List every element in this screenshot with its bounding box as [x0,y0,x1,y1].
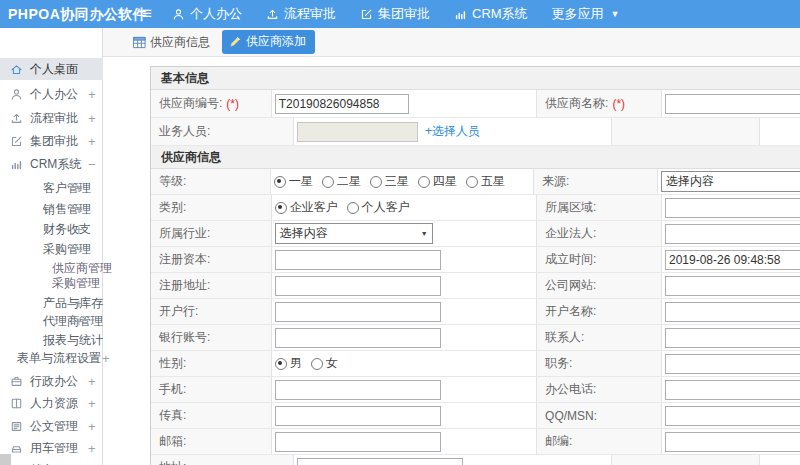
expand-plus-icon[interactable]: + [88,87,96,102]
text-input[interactable] [665,302,800,322]
field-cell [662,325,800,350]
expand-plus-icon[interactable]: + [75,222,83,237]
topbar: PHPOA协同办公软件 ≡ 个人办公流程审批集团审批CRM系统更多应用▼ [0,0,800,28]
radio-button[interactable] [466,176,478,188]
text-input[interactable] [275,406,441,426]
radio-option[interactable]: 个人客户 [347,199,410,216]
expand-plus-icon[interactable]: + [88,111,96,126]
nav-item-2[interactable]: 流程审批 [266,5,336,23]
sidebar-item-13[interactable]: 代理商管理+ [0,311,103,331]
sidebar-item-label: 客户管理 [43,180,91,197]
field-cell [662,90,800,117]
text-input[interactable] [275,250,441,270]
radio-option[interactable]: 四星 [418,173,457,190]
text-input[interactable] [275,302,441,322]
pencil-icon [229,35,242,48]
expand-plus-icon[interactable]: + [75,314,83,329]
radio-option[interactable]: 三星 [370,173,409,190]
text-input[interactable] [275,380,441,400]
text-input[interactable] [665,198,800,218]
radio-option[interactable]: 五星 [466,173,505,190]
nav-item-3[interactable]: 集团审批 [360,5,430,23]
sidebar-item-8[interactable]: 财务收支+ [0,219,103,239]
text-input[interactable] [665,354,800,374]
text-input[interactable] [665,224,800,244]
select-input[interactable]: 选择内容▼ [275,223,433,244]
sidebar-item-20[interactable]: 档案管理+ [0,459,103,465]
text-input[interactable] [297,458,463,465]
collapse-minus-icon[interactable]: − [88,157,96,172]
field-label-cell: 职务: [537,351,662,376]
field-label-cell: 手机: [151,377,272,402]
sidebar-item-18[interactable]: 公文管理+ [0,415,103,437]
sidebar-item-14[interactable]: 报表与统计 [0,330,103,350]
radio-option[interactable]: 女 [311,355,338,372]
sidebar-item-17[interactable]: 人力资源+ [0,392,103,414]
sidebar-item-label: 行政办公 [30,373,78,390]
field-label-cell: 注册地址: [151,273,272,298]
select-person-link[interactable]: +选择人员 [425,123,480,140]
radio-button[interactable] [322,176,334,188]
nav-item-5[interactable]: 更多应用▼ [552,5,620,23]
text-input[interactable] [275,432,441,452]
radio-button[interactable] [418,176,430,188]
menu-toggle-icon[interactable]: ≡ [142,0,152,27]
sidebar-item-4[interactable]: 集团审批+ [0,130,103,152]
nav-item-4[interactable]: CRM系统 [454,5,528,23]
text-input[interactable] [665,94,800,114]
text-input[interactable]: T20190826094858 [275,94,409,114]
expand-plus-icon[interactable]: + [88,134,96,149]
caret-down-icon: ▼ [611,9,620,19]
text-input[interactable] [665,328,800,348]
sidebar-item-1[interactable]: 个人桌面 [0,58,103,80]
text-input[interactable]: 2019-08-26 09:48:58 [665,250,800,270]
sidebar-item-12[interactable]: 产品与库存+ [0,293,103,313]
sidebar-item-6[interactable]: 客户管理+ [0,178,103,198]
nav-item-1[interactable]: 个人办公 [172,5,242,23]
sidebar-item-19[interactable]: 用车管理+ [0,437,103,459]
sidebar-item-label: 产品与库存 [43,295,103,312]
text-input[interactable] [665,432,800,452]
tab-1[interactable]: 供应商信息 [133,34,210,51]
text-input[interactable] [665,406,800,426]
radio-option[interactable]: 一星 [274,173,313,190]
radio-button[interactable] [311,358,323,370]
expand-plus-icon[interactable]: + [88,374,96,389]
field-label-cell: 等级: [151,169,271,194]
text-input[interactable] [665,276,800,296]
radio-button[interactable] [275,202,287,214]
expand-plus-icon[interactable]: + [75,202,83,217]
text-input[interactable] [275,328,441,348]
expand-plus-icon[interactable]: + [88,419,96,434]
sidebar-item-label: 个人桌面 [30,61,78,78]
text-input[interactable] [297,122,418,142]
radio-button[interactable] [370,176,382,188]
sidebar-item-15[interactable]: 表单与流程设置+ [0,348,103,368]
sidebar-item-16[interactable]: 行政办公+ [0,370,103,392]
sidebar-item-11[interactable]: 采购管理 [0,273,103,293]
radio-option[interactable]: 企业客户 [275,199,338,216]
text-input[interactable] [275,276,441,296]
sidebar-item-2[interactable]: 个人办公+ [0,83,103,105]
radio-button[interactable] [275,358,287,370]
expand-plus-icon[interactable]: + [88,441,96,456]
radio-option[interactable]: 男 [275,355,302,372]
expand-plus-icon[interactable]: + [88,396,96,411]
field-label-cell: 供应商编号:(*) [151,90,272,117]
expand-plus-icon[interactable]: + [75,181,83,196]
top-navigation: 个人办公流程审批集团审批CRM系统更多应用▼ [172,0,620,28]
radio-button[interactable] [347,202,359,214]
expand-plus-icon[interactable]: + [102,351,110,366]
collapse-minus-icon[interactable]: − [75,242,83,257]
text-input[interactable] [665,380,800,400]
select-input[interactable]: 选择内容▼ [661,171,800,192]
radio-button[interactable] [274,176,286,188]
expand-plus-icon[interactable]: + [75,296,83,311]
sidebar-item-label: 档案管理 [30,462,78,465]
sidebar-item-9[interactable]: 采购管理− [0,239,103,259]
sidebar-item-5[interactable]: CRM系统− [0,153,103,175]
sidebar-item-7[interactable]: 销售管理+ [0,199,103,219]
tab-2[interactable]: 供应商添加 [222,30,315,54]
sidebar-item-3[interactable]: 流程审批+ [0,107,103,129]
radio-option[interactable]: 二星 [322,173,361,190]
